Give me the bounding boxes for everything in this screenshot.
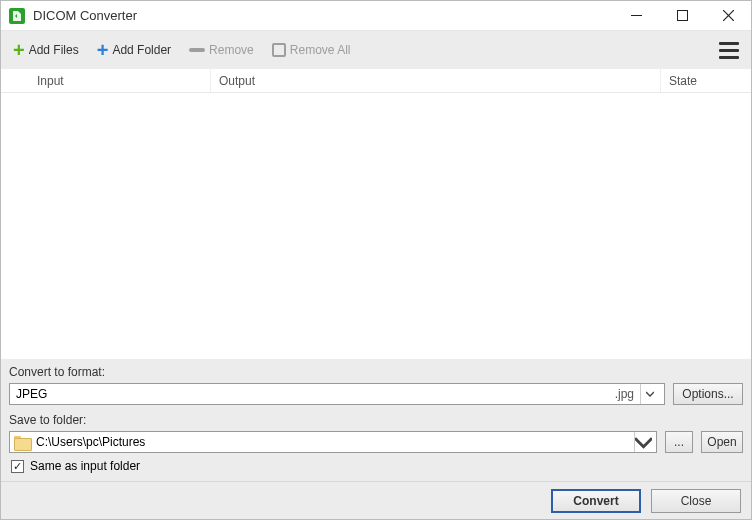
add-folder-label: Add Folder [112, 43, 171, 57]
remove-all-label: Remove All [290, 43, 351, 57]
add-folder-button[interactable]: + Add Folder [93, 36, 175, 64]
folder-icon [14, 436, 30, 449]
open-folder-button[interactable]: Open [701, 431, 743, 453]
folder-path-input[interactable]: C:\Users\pc\Pictures [9, 431, 657, 453]
folder-path-value: C:\Users\pc\Pictures [36, 435, 145, 449]
hamburger-icon [719, 42, 739, 45]
close-window-button[interactable] [705, 1, 751, 31]
plus-icon: + [13, 40, 25, 60]
convert-button[interactable]: Convert [551, 489, 641, 513]
maximize-button[interactable] [659, 1, 705, 31]
add-files-button[interactable]: + Add Files [9, 36, 83, 64]
app-icon [9, 8, 25, 24]
options-button[interactable]: Options... [673, 383, 743, 405]
chevron-down-icon [640, 384, 658, 404]
window-title: DICOM Converter [33, 8, 137, 23]
column-header-input[interactable]: Input [1, 69, 211, 92]
format-value: JPEG [16, 387, 615, 401]
remove-label: Remove [209, 43, 254, 57]
format-ext: .jpg [615, 387, 634, 401]
folder-label: Save to folder: [9, 413, 743, 427]
menu-button[interactable] [715, 38, 743, 63]
plus-icon: + [97, 40, 109, 60]
chevron-down-icon [634, 432, 652, 452]
title-bar: DICOM Converter [1, 1, 751, 31]
minus-icon [189, 48, 205, 52]
format-select[interactable]: JPEG .jpg [9, 383, 665, 405]
same-folder-label: Same as input folder [30, 459, 140, 473]
same-folder-checkbox[interactable] [11, 460, 24, 473]
svg-rect-1 [677, 11, 687, 21]
square-icon [272, 43, 286, 57]
column-header-output[interactable]: Output [211, 69, 661, 92]
remove-button[interactable]: Remove [185, 39, 258, 61]
format-label: Convert to format: [9, 365, 743, 379]
minimize-button[interactable] [613, 1, 659, 31]
table-header: Input Output State [1, 69, 751, 93]
column-header-state[interactable]: State [661, 69, 751, 92]
add-files-label: Add Files [29, 43, 79, 57]
same-folder-checkbox-row[interactable]: Same as input folder [9, 457, 743, 473]
footer: Convert Close [1, 481, 751, 519]
toolbar: + Add Files + Add Folder Remove Remove A… [1, 31, 751, 69]
remove-all-button[interactable]: Remove All [268, 39, 355, 61]
table-body[interactable] [1, 93, 751, 359]
file-list: Input Output State [1, 69, 751, 359]
browse-button[interactable]: ... [665, 431, 693, 453]
close-button[interactable]: Close [651, 489, 741, 513]
settings-panel: Convert to format: JPEG .jpg Options... … [1, 359, 751, 481]
